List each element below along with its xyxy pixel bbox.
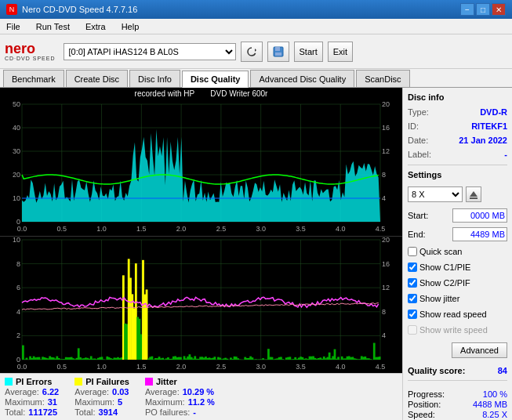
pi-errors-total-value: 111725 xyxy=(28,407,57,417)
chart2-canvas xyxy=(0,237,402,373)
quick-scan-label: Quick scan xyxy=(419,247,462,256)
jitter-stats: Jitter Average: 10.29 % Maximum: 11.2 % … xyxy=(145,377,215,417)
quality-score-value: 84 xyxy=(498,366,507,375)
disc-date-row: Date: 21 Jan 2022 xyxy=(408,136,507,145)
pi-errors-max-label: Maximum: xyxy=(5,397,45,407)
svg-rect-2 xyxy=(275,47,280,51)
nero-logo: nero CD·DVD SPEED xyxy=(5,42,56,61)
nero-logo-top: nero xyxy=(5,42,35,56)
start-button[interactable]: Start xyxy=(294,42,323,62)
disc-id-value: RITEKF1 xyxy=(471,121,507,131)
app-title: Nero CD-DVD Speed 4.7.7.16 xyxy=(22,5,137,14)
disc-date-value: 21 Jan 2022 xyxy=(459,136,507,145)
minimize-button[interactable]: − xyxy=(460,3,474,16)
start-mb-row: Start: xyxy=(408,208,507,223)
advanced-button[interactable]: Advanced xyxy=(452,342,507,358)
disc-id-row: ID: RITEKF1 xyxy=(408,121,507,131)
jitter-max-value: 11.2 % xyxy=(188,397,215,407)
menu-file[interactable]: File xyxy=(3,20,24,33)
speed-select[interactable]: 8 X xyxy=(408,186,463,202)
pi-failures-avg-value: 0.03 xyxy=(112,387,129,396)
pi-failures-color xyxy=(74,378,82,386)
show-write-speed-checkbox[interactable] xyxy=(408,325,417,335)
recorded-text: recorded with HP xyxy=(135,89,195,98)
disc-label-value: - xyxy=(504,150,507,159)
show-c2-pif-checkbox[interactable] xyxy=(408,278,417,288)
exit-button[interactable]: Exit xyxy=(328,42,353,62)
quick-scan-checkbox[interactable] xyxy=(408,247,417,256)
right-panel: Disc info Type: DVD-R ID: RITEKF1 Date: … xyxy=(402,88,512,420)
disc-id-label: ID: xyxy=(408,121,419,131)
refresh-button[interactable] xyxy=(241,42,263,62)
quick-scan-row: Quick scan xyxy=(408,247,507,256)
pi-errors-avg-row: Average: 6.22 xyxy=(5,387,59,396)
show-read-speed-label: Show read speed xyxy=(419,310,487,319)
svg-rect-5 xyxy=(470,197,478,199)
speed-icon-button[interactable] xyxy=(466,186,481,202)
divider1 xyxy=(408,165,507,165)
tab-disc-info[interactable]: Disc Info xyxy=(129,70,180,87)
jitter-avg-label: Average: xyxy=(145,387,180,396)
chart2-container xyxy=(0,237,402,373)
menu-bar: File Run Test Extra Help xyxy=(0,19,512,34)
disc-date-label: Date: xyxy=(408,136,428,145)
pi-failures-max-label: Maximum: xyxy=(74,397,114,407)
show-c2-row: Show C2/PIF xyxy=(408,278,507,288)
quality-score-row: Quality score: 84 xyxy=(408,366,507,375)
pi-failures-avg-row: Average: 0.03 xyxy=(74,387,129,396)
progress-value: 100 % xyxy=(483,389,507,399)
progress-label: Progress: xyxy=(408,389,445,399)
refresh-icon xyxy=(246,46,257,57)
show-jitter-checkbox[interactable] xyxy=(408,294,417,303)
end-mb-label: End: xyxy=(408,230,426,239)
bottom-stats: PI Errors Average: 6.22 Maximum: 31 Tota… xyxy=(0,373,402,420)
menu-run-test[interactable]: Run Test xyxy=(33,20,73,33)
show-c1-pie-checkbox[interactable] xyxy=(408,262,417,272)
menu-help[interactable]: Help xyxy=(118,20,143,33)
disc-type-value: DVD-R xyxy=(480,107,507,117)
tab-disc-quality[interactable]: Disc Quality xyxy=(182,71,249,88)
tab-advanced-disc-quality[interactable]: Advanced Disc Quality xyxy=(250,70,354,87)
pi-failures-max-row: Maximum: 5 xyxy=(74,397,129,407)
title-bar-left: N Nero CD-DVD Speed 4.7.7.16 xyxy=(6,4,137,15)
speed2-label: Speed: xyxy=(408,410,435,419)
chart1-container xyxy=(0,100,402,237)
end-mb-row: End: xyxy=(408,227,507,241)
pi-errors-label: PI Errors xyxy=(16,377,52,386)
show-write-speed-label: Show write speed xyxy=(419,325,488,335)
pi-failures-max-value: 5 xyxy=(118,397,122,407)
jitter-header: Jitter xyxy=(145,377,215,386)
pi-errors-header: PI Errors xyxy=(5,377,59,386)
show-c2-pif-label: Show C2/PIF xyxy=(419,278,470,288)
toolbar: nero CD·DVD SPEED [0:0] ATAPI iHAS124 B … xyxy=(0,34,512,69)
disc-info-title: Disc info xyxy=(408,92,507,102)
jitter-po-row: PO failures: - xyxy=(145,407,215,417)
menu-extra[interactable]: Extra xyxy=(82,20,109,33)
pi-failures-avg-label: Average: xyxy=(74,387,109,396)
drive-select[interactable]: [0:0] ATAPI iHAS124 B AL0S xyxy=(64,43,236,60)
tab-create-disc[interactable]: Create Disc xyxy=(66,70,128,87)
tab-benchmark[interactable]: Benchmark xyxy=(3,70,64,87)
close-button[interactable]: ✕ xyxy=(492,3,506,16)
tab-scandisc[interactable]: ScanDisc xyxy=(356,70,409,87)
disc-label-row: Label: - xyxy=(408,150,507,159)
svg-marker-0 xyxy=(255,49,256,52)
show-read-speed-checkbox[interactable] xyxy=(408,310,417,319)
eject-icon xyxy=(469,190,478,199)
jitter-max-label: Maximum: xyxy=(145,397,185,407)
title-bar-controls[interactable]: − □ ✕ xyxy=(460,3,506,16)
disc-label-label: Label: xyxy=(408,150,431,159)
divider2 xyxy=(408,380,507,381)
maximize-button[interactable]: □ xyxy=(476,3,490,16)
jitter-po-label: PO failures: xyxy=(145,407,190,417)
jitter-po-value: - xyxy=(193,407,196,417)
end-mb-input[interactable] xyxy=(452,227,507,241)
start-mb-label: Start: xyxy=(408,211,428,220)
save-button[interactable] xyxy=(267,42,289,62)
main-content: recorded with HP DVD Writer 600r PI Erro… xyxy=(0,88,512,420)
show-jitter-label: Show jitter xyxy=(419,294,459,303)
position-row: Position: 4488 MB xyxy=(408,400,507,409)
pi-errors-total-label: Total: xyxy=(5,407,25,417)
disc-type-row: Type: DVD-R xyxy=(408,107,507,117)
start-mb-input[interactable] xyxy=(452,208,507,223)
